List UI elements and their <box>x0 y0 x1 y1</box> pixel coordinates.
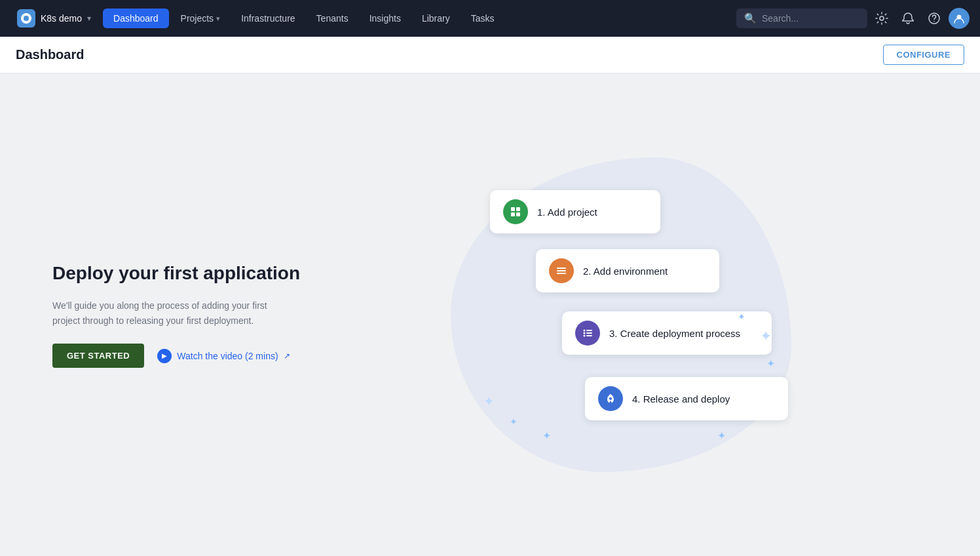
svg-rect-20 <box>586 332 592 334</box>
hero-section: Deploy your first application We'll guid… <box>52 262 314 368</box>
page-header: Dashboard CONFIGURE <box>0 37 980 73</box>
brand-name: K8s demo <box>41 13 82 24</box>
svg-point-2 <box>25 13 28 16</box>
sparkle-5-icon: ✦ <box>510 416 518 427</box>
configure-button[interactable]: CONFIGURE <box>883 45 965 65</box>
svg-rect-13 <box>516 212 520 216</box>
nav-library-item[interactable]: Library <box>413 9 459 28</box>
external-link-icon: ↗ <box>284 351 290 361</box>
nav-dashboard-button[interactable]: Dashboard <box>103 9 169 28</box>
navbar: K8s demo ▾ Dashboard Projects ▾ Infrastr… <box>0 0 980 37</box>
hero-actions: GET STARTED ▶ Watch the video (2 mins) ↗ <box>52 344 314 368</box>
step-1-card[interactable]: 1. Add project <box>490 190 660 233</box>
svg-point-19 <box>584 332 586 334</box>
step-3-icon <box>575 321 600 346</box>
step-4-label: 4. Release and deploy <box>632 393 730 405</box>
watch-video-label: Watch the video (2 mins) <box>177 351 278 361</box>
step-1-label: 1. Add project <box>537 207 597 218</box>
main-content: Deploy your first application We'll guid… <box>0 73 980 556</box>
brand-selector[interactable]: K8s demo ▾ <box>10 5 98 31</box>
search-box[interactable]: 🔍 <box>736 9 867 28</box>
svg-rect-14 <box>557 268 566 269</box>
nav-tasks-item[interactable]: Tasks <box>462 9 504 28</box>
play-icon: ▶ <box>157 349 172 363</box>
svg-rect-22 <box>586 335 592 336</box>
svg-rect-16 <box>557 273 566 274</box>
svg-point-4 <box>21 17 24 20</box>
nav-tenants-item[interactable]: Tenants <box>307 9 358 28</box>
nav-insights-item[interactable]: Insights <box>360 9 410 28</box>
sparkle-3-icon: ✦ <box>766 357 775 370</box>
svg-point-6 <box>880 16 884 20</box>
search-icon: 🔍 <box>744 12 757 24</box>
svg-point-3 <box>25 21 28 24</box>
projects-chevron-icon: ▾ <box>216 14 220 23</box>
sparkle-7-icon: ✦ <box>717 429 726 442</box>
hero-subtitle: We'll guide you along the process of add… <box>52 298 314 328</box>
svg-point-21 <box>584 335 586 337</box>
svg-point-23 <box>609 397 612 400</box>
step-2-label: 2. Add environment <box>583 266 668 277</box>
svg-rect-12 <box>511 212 515 216</box>
search-input[interactable] <box>762 13 859 24</box>
steps-section: 1. Add project 2. Add environment <box>314 73 928 556</box>
step-4-icon <box>598 386 623 411</box>
step-2-icon <box>549 258 574 283</box>
svg-point-8 <box>933 21 935 22</box>
watch-video-link[interactable]: ▶ Watch the video (2 mins) ↗ <box>157 349 290 363</box>
svg-rect-18 <box>586 330 592 331</box>
step-3-label: 3. Create deployment process <box>609 328 740 339</box>
user-avatar[interactable] <box>949 8 970 29</box>
svg-rect-15 <box>557 270 566 271</box>
page-title: Dashboard <box>16 47 84 62</box>
brand-logo <box>17 9 35 28</box>
nav-infrastructure-item[interactable]: Infrastructure <box>232 9 304 28</box>
step-4-card[interactable]: 4. Release and deploy <box>585 377 788 420</box>
bell-icon-button[interactable] <box>896 7 920 30</box>
svg-point-1 <box>24 16 29 21</box>
settings-icon-button[interactable] <box>870 7 894 30</box>
steps-container: 1. Add project 2. Add environment <box>457 184 785 446</box>
step-1-icon <box>503 199 528 224</box>
svg-point-17 <box>584 330 586 332</box>
help-icon-button[interactable] <box>922 7 946 30</box>
svg-rect-11 <box>516 207 520 211</box>
nav-projects-item[interactable]: Projects ▾ <box>172 9 230 28</box>
step-3-card[interactable]: 3. Create deployment process <box>562 311 772 355</box>
get-started-button[interactable]: GET STARTED <box>52 344 144 368</box>
svg-rect-10 <box>511 207 515 211</box>
step-2-card[interactable]: 2. Add environment <box>536 249 719 292</box>
sparkle-6-icon: ✦ <box>542 429 551 442</box>
hero-title: Deploy your first application <box>52 262 314 285</box>
sparkle-4-icon: ✦ <box>483 393 495 409</box>
brand-chevron-icon: ▾ <box>87 14 91 23</box>
svg-point-5 <box>29 17 31 20</box>
